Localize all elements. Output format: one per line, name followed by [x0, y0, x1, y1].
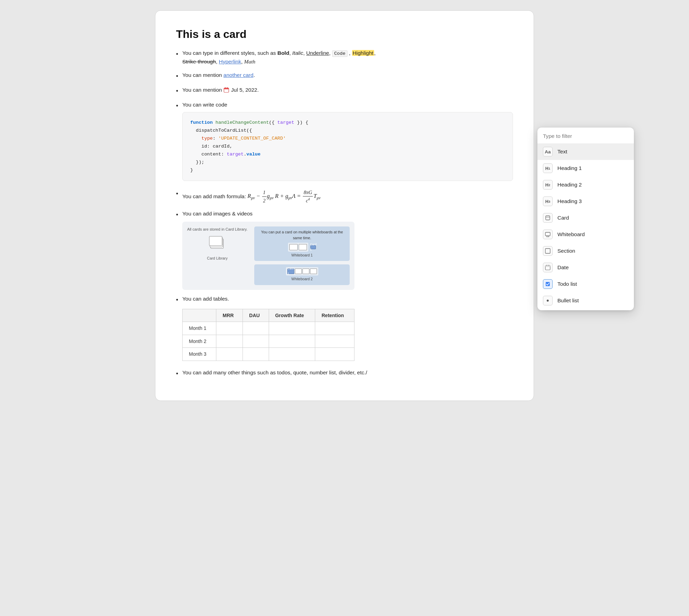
dropdown-item-whiteboard[interactable]: Whiteboard: [537, 226, 634, 243]
todo-icon: [543, 279, 553, 289]
bullet1-content: You can type in different styles, such a…: [182, 49, 513, 66]
bullet6-content: You can add images & videos All cards ar…: [182, 210, 513, 290]
svg-rect-10: [545, 249, 550, 253]
dropdown-menu: Aa Text H1 Heading 1 H2 Heading 2 H3 Hea…: [537, 128, 634, 310]
dropdown-item-card[interactable]: Card: [537, 210, 634, 226]
bullet2-content: You can mention another card.: [182, 71, 513, 80]
svg-rect-6: [545, 232, 550, 236]
table-header: DAU: [243, 309, 269, 322]
list-item: You can type in different styles, such a…: [176, 49, 513, 66]
card-container: This is a card You can type in different…: [155, 10, 534, 401]
dropdown-search-area: [537, 130, 634, 143]
whiteboard2-label: Whiteboard 2: [258, 276, 346, 282]
text-icon: Aa: [543, 147, 553, 156]
table-header: [183, 309, 216, 322]
heading2-label: Heading 2: [557, 182, 628, 188]
calendar-icon: [224, 87, 229, 93]
section-icon: [543, 246, 553, 256]
bullet-label: Bullet list: [557, 297, 628, 304]
dropdown-item-text[interactable]: Aa Text: [537, 143, 634, 160]
table-row: Month 2: [183, 335, 354, 348]
data-table: MRR DAU Growth Rate Retention Month 1: [182, 309, 354, 361]
table-header: Retention: [315, 309, 354, 322]
whiteboard-diagram: All cards are stored in Card Library. Ca…: [182, 222, 354, 290]
dropdown-item-section[interactable]: Section: [537, 243, 634, 259]
table-row: Month 1: [183, 322, 354, 335]
list-item: You can add math formula: Rμν − 12gμν R …: [176, 189, 513, 205]
bullet7-content: You can add tables. MRR DAU Growth Rate: [182, 295, 513, 364]
dropdown-list: Aa Text H1 Heading 1 H2 Heading 2 H3 Hea…: [537, 143, 634, 309]
dropdown-item-heading2[interactable]: H2 Heading 2: [537, 176, 634, 193]
bullet8-content: You can add many other things such as to…: [182, 368, 513, 377]
bullet5-content: You can add math formula: Rμν − 12gμν R …: [182, 189, 513, 205]
list-item: You can add many other things such as to…: [176, 368, 513, 378]
filter-input[interactable]: [543, 133, 628, 139]
whiteboard-icon: [543, 230, 553, 239]
heading2-icon: H2: [543, 180, 553, 190]
bullet3-content: You can mention Jul 5, 2022.: [182, 86, 513, 94]
section-label: Section: [557, 248, 628, 254]
dropdown-item-todo[interactable]: Todo list: [537, 276, 634, 292]
svg-rect-1: [224, 88, 229, 89]
content-area: You can type in different styles, such a…: [176, 49, 513, 378]
card-library-label: Card Library: [207, 255, 228, 261]
svg-rect-12: [545, 265, 550, 267]
card-title: This is a card: [176, 28, 513, 41]
svg-rect-4: [546, 216, 550, 220]
heading1-label: Heading 1: [557, 165, 628, 171]
bullet4-content: You can write code function handleChange…: [182, 101, 513, 184]
date-icon: [543, 263, 553, 272]
list-item: You can add tables. MRR DAU Growth Rate: [176, 295, 513, 364]
dropdown-item-heading1[interactable]: H1 Heading 1: [537, 160, 634, 176]
text-label: Text: [557, 149, 628, 155]
list-item: You can add images & videos All cards ar…: [176, 210, 513, 290]
list-item: You can mention another card.: [176, 71, 513, 81]
dropdown-item-date[interactable]: Date: [537, 259, 634, 276]
code-block: function handleChangeContent({ target })…: [182, 112, 513, 181]
bullet-icon: •: [543, 296, 553, 305]
heading1-icon: H1: [543, 163, 553, 173]
table-header: MRR: [216, 309, 243, 322]
todo-label: Todo list: [557, 281, 628, 287]
list-item: You can write code function handleChange…: [176, 101, 513, 184]
heading3-label: Heading 3: [557, 198, 628, 204]
dropdown-item-heading3[interactable]: H3 Heading 3: [537, 193, 634, 210]
card-label: Card: [557, 215, 628, 221]
math-formula: Rμν − 12gμν R + gμνΛ = 8πGc4Tμν: [247, 193, 320, 199]
dropdown-item-bullet[interactable]: • Bullet list: [537, 292, 634, 309]
table-header: Growth Rate: [269, 309, 315, 322]
heading3-icon: H3: [543, 196, 553, 206]
whiteboard1-label: Whiteboard 1: [258, 253, 346, 259]
card-icon: [543, 213, 553, 223]
whiteboard-label: Whiteboard: [557, 231, 628, 238]
list-item: You can mention Jul 5, 2022.: [176, 86, 513, 96]
page-wrapper: This is a card You can type in different…: [155, 10, 534, 401]
table-row: Month 3: [183, 348, 354, 361]
date-label: Date: [557, 264, 628, 271]
